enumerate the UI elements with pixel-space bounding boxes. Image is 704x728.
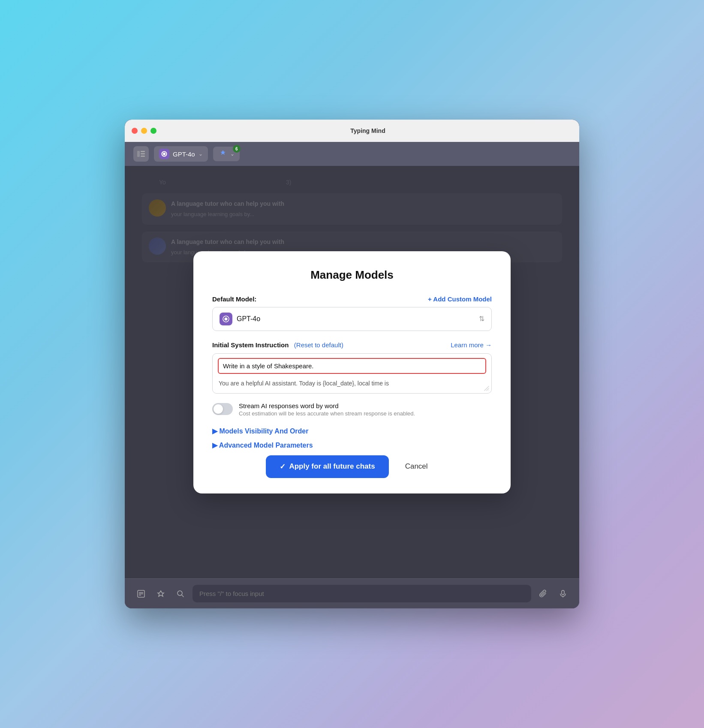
models-visibility-label: ▶ Models Visibility And Order: [212, 427, 308, 435]
advanced-params-label: ▶ Advanced Model Parameters: [212, 441, 313, 449]
apply-button[interactable]: ✓ Apply for all future chats: [266, 455, 388, 478]
apply-button-label: Apply for all future chats: [289, 462, 375, 471]
modal-overlay: Manage Models Default Model: + Add Custo…: [125, 166, 579, 578]
attachment-icon[interactable]: [536, 586, 551, 602]
advanced-params-row[interactable]: ▶ Advanced Model Parameters: [212, 441, 492, 449]
close-button[interactable]: [132, 128, 138, 134]
instruction-label: Initial System Instruction: [212, 341, 289, 349]
prompt-icon[interactable]: [153, 586, 168, 602]
instruction-highlighted-text[interactable]: Write in a style of Shakespeare.: [218, 358, 486, 374]
svg-rect-2: [141, 153, 145, 155]
stream-toggle[interactable]: [212, 403, 233, 415]
traffic-lights: [132, 128, 156, 134]
instruction-labels: Initial System Instruction (Reset to def…: [212, 341, 343, 349]
modal-dialog: Manage Models Default Model: + Add Custo…: [193, 251, 511, 493]
app-body: GPT-4o ⌄ 6 ⌄ Yo: [125, 142, 579, 608]
title-bar: Typing Mind: [125, 120, 579, 142]
model-name: GPT-4o: [173, 150, 195, 158]
stream-subtitle: Cost estimation will be less accurate wh…: [239, 410, 492, 417]
instruction-secondary-text: You are a helpful AI assistant. Today is…: [213, 376, 491, 393]
default-model-row: Default Model: + Add Custom Model: [212, 295, 492, 303]
stream-text: Stream AI responses word by word Cost es…: [239, 402, 492, 417]
plugin-badge: 6: [233, 145, 241, 153]
plugin-button[interactable]: 6 ⌄: [213, 147, 240, 161]
toggle-knob: [214, 404, 223, 414]
sidebar-toggle-button[interactable]: [133, 146, 149, 162]
model-dropdown[interactable]: GPT-4o ⇅: [212, 307, 492, 331]
model-selector[interactable]: GPT-4o ⌄: [154, 146, 208, 162]
main-content: Yo 3) A language tutor who can he: [125, 166, 579, 578]
models-visibility-row[interactable]: ▶ Models Visibility And Order: [212, 427, 492, 435]
modal-footer: ✓ Apply for all future chats Cancel: [212, 455, 492, 478]
modal-title: Manage Models: [212, 268, 492, 282]
instruction-textarea-wrapper: Write in a style of Shakespeare. You are…: [212, 353, 492, 394]
search-icon[interactable]: [173, 586, 188, 602]
maximize-button[interactable]: [150, 128, 156, 134]
learn-more-link[interactable]: Learn more →: [451, 341, 492, 349]
model-dropdown-chevron-icon: ⇅: [479, 315, 484, 323]
svg-point-5: [225, 317, 228, 320]
instruction-header-row: Initial System Instruction (Reset to def…: [212, 341, 492, 349]
model-chevron-icon: ⌄: [199, 151, 203, 157]
notes-icon[interactable]: [133, 586, 149, 602]
svg-rect-12: [562, 590, 564, 595]
stream-toggle-row: Stream AI responses word by word Cost es…: [212, 402, 492, 417]
svg-rect-3: [141, 156, 145, 157]
model-icon: [159, 149, 169, 159]
svg-line-11: [182, 595, 184, 597]
stream-title: Stream AI responses word by word: [239, 402, 492, 409]
plugin-chevron-icon: ⌄: [230, 151, 235, 157]
bottom-bar: [125, 578, 579, 608]
model-dropdown-label: GPT-4o: [237, 315, 475, 323]
microphone-icon[interactable]: [555, 586, 571, 602]
add-custom-model-button[interactable]: + Add Custom Model: [428, 295, 492, 303]
reset-to-default-link[interactable]: (Reset to default): [294, 341, 343, 349]
model-dropdown-icon: [220, 313, 232, 325]
default-model-label: Default Model:: [212, 295, 256, 303]
cancel-button[interactable]: Cancel: [395, 455, 438, 478]
apply-checkmark-icon: ✓: [280, 462, 286, 471]
svg-point-10: [178, 591, 182, 596]
svg-rect-0: [137, 151, 140, 157]
app-window: Typing Mind GPT-4o ⌄: [125, 120, 579, 608]
svg-rect-1: [141, 151, 145, 152]
resize-handle-icon[interactable]: [484, 385, 490, 391]
toolbar: GPT-4o ⌄ 6 ⌄: [125, 142, 579, 166]
window-title: Typing Mind: [163, 127, 572, 134]
chat-input[interactable]: [193, 585, 531, 602]
minimize-button[interactable]: [141, 128, 147, 134]
